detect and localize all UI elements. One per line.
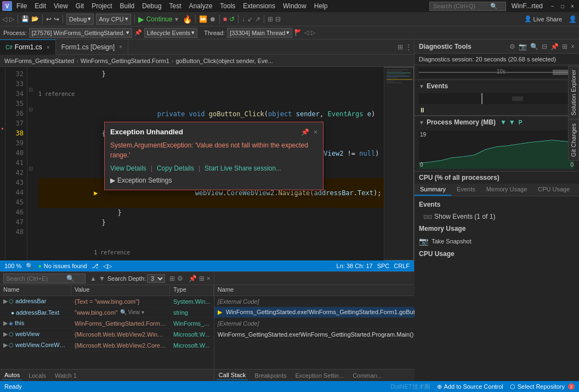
step-into-icon[interactable]: ↙ — [247, 15, 253, 23]
autos-search-input[interactable] — [6, 275, 66, 282]
redo-icon[interactable]: ↪ — [54, 15, 59, 23]
process-dropdown[interactable]: [27576] WinForms_GettingStarted. ▾ — [29, 28, 132, 38]
live-share-session-link[interactable]: Start Live Share session... — [205, 164, 281, 172]
diag-tab-memory[interactable]: Memory Usage — [481, 184, 533, 196]
tab-autos[interactable]: Autos — [2, 371, 22, 380]
tab-form1-cs[interactable]: C# Form1.cs × — [0, 39, 56, 55]
show-events-label[interactable]: Show Events (1 of 1) — [434, 213, 495, 220]
view-details-link[interactable]: View Details — [110, 164, 146, 172]
forward-icon[interactable]: ▷ — [9, 15, 14, 23]
tab-command[interactable]: Comman... — [350, 371, 384, 380]
tab-locals[interactable]: Locals — [26, 371, 48, 380]
memory-p-icon[interactable]: P — [519, 120, 523, 126]
copy-details-link[interactable]: Copy Details — [157, 164, 194, 172]
split-editor-icon[interactable]: ⊞ — [398, 43, 403, 51]
diag-pin-icon[interactable]: 📌 — [550, 43, 559, 50]
zoom-level[interactable]: 100 % — [4, 263, 21, 269]
breadcrumb-part-1[interactable]: WinForms_GettingStarted — [4, 58, 74, 64]
tab-exception-settings[interactable]: Exception Settin... — [293, 371, 346, 380]
memory-arrow[interactable]: ▼ — [419, 120, 424, 126]
memory-filter2-icon[interactable]: ▼ — [509, 118, 515, 126]
side-tab-git-changes[interactable]: Git Changes — [568, 120, 579, 161]
global-search[interactable]: 🔍 — [429, 2, 506, 11]
diag-expand-icon[interactable]: ⊞ — [562, 43, 567, 50]
menu-project[interactable]: Project — [88, 1, 115, 11]
lifecycle-dropdown[interactable]: Lifecycle Events ▾ — [144, 28, 197, 38]
menu-view[interactable]: View — [50, 1, 71, 11]
diag-tab-events[interactable]: Events — [451, 184, 481, 196]
menu-help[interactable]: Help — [311, 1, 331, 11]
menu-build[interactable]: Build — [117, 1, 138, 11]
menu-window[interactable]: Window — [280, 1, 310, 11]
menu-file[interactable]: File — [13, 1, 30, 11]
search-input[interactable] — [433, 3, 488, 9]
breadcrumb-part-2[interactable]: WinForms_GettingStarted.Form1 — [81, 58, 169, 64]
cpu-dropdown[interactable]: Any CPU ▾ — [96, 14, 130, 25]
tab-close-icon[interactable]: × — [119, 44, 122, 50]
tab-breakpoints[interactable]: Breakpoints — [252, 371, 288, 380]
menu-test[interactable]: Test — [166, 1, 185, 11]
step-out-icon[interactable]: ↗ — [255, 15, 260, 23]
search-icon[interactable]: 🔍 — [26, 263, 33, 270]
live-share-button[interactable]: 👤 Live Share — [524, 15, 562, 22]
cs-row-main[interactable]: WinForms_GettingStarted.exe!WinForms_Get… — [214, 329, 415, 340]
cs-row-current[interactable]: ▶ WinForms_GettingStarted.exe!WinForms_G… — [214, 307, 415, 318]
panel-close-icon[interactable]: × — [207, 275, 211, 282]
exception-settings[interactable]: ▶ Exception Settings — [110, 177, 317, 184]
diag-camera-icon[interactable]: 📷 — [519, 43, 527, 50]
restart-icon[interactable]: ↺ — [229, 15, 235, 23]
diag-settings-icon[interactable]: ⚙ — [509, 43, 515, 50]
nav-next-icon[interactable]: ▷ — [311, 29, 315, 36]
minimize-button[interactable]: − — [548, 2, 557, 10]
menu-tools[interactable]: Tools — [217, 1, 239, 11]
side-tab-solution-explorer[interactable]: Solution Explorer — [568, 66, 579, 120]
save-icon[interactable]: 💾 — [21, 15, 29, 22]
debug-config-dropdown[interactable]: Debug ▾ — [66, 14, 94, 25]
open-icon[interactable]: 📂 — [31, 15, 39, 22]
settings-icon[interactable]: ⚙ — [177, 275, 183, 282]
encoding-spc[interactable]: SPC — [377, 263, 390, 269]
close-exception-icon[interactable]: × — [314, 128, 317, 136]
timeline-bar[interactable]: 10s 2 — [419, 67, 575, 77]
toolbar-btn-2[interactable]: ⏺ — [209, 15, 216, 23]
tab-form1-design[interactable]: Form1.cs [Design] × — [56, 39, 128, 55]
flag-icon[interactable]: 🚩 — [294, 29, 302, 36]
menu-extensions[interactable]: Extensions — [240, 1, 279, 11]
panel-pin-icon[interactable]: 📌 — [189, 275, 197, 282]
pin-exception-icon[interactable]: 📌 — [301, 128, 309, 136]
toolbar-extra-2[interactable]: ⊟ — [275, 15, 281, 23]
events-arrow[interactable]: ▼ — [419, 83, 424, 89]
add-source-control-button[interactable]: ⊕ Add to Source Control — [437, 383, 503, 391]
nav-prev-icon[interactable]: ◁ — [304, 29, 309, 36]
view-icon[interactable]: ⊞ — [169, 275, 175, 282]
sort-up-icon[interactable]: ▲ — [90, 275, 96, 282]
pause-icon[interactable]: ⏸ — [419, 106, 425, 114]
memory-filter-icon[interactable]: ▼ — [500, 118, 507, 126]
maximize-button[interactable]: □ — [558, 2, 567, 10]
stop-icon[interactable]: ■ — [223, 15, 227, 23]
toolbar-extra-1[interactable]: ⊞ — [268, 15, 273, 23]
continue-button[interactable]: ▶ Continue ▾ — [138, 15, 178, 24]
line-endings-crlf[interactable]: CRLF — [394, 263, 410, 269]
tab-close-icon[interactable]: × — [47, 44, 50, 50]
profile-icon[interactable]: 👤 — [569, 15, 577, 23]
close-button[interactable]: × — [568, 2, 577, 10]
take-snapshot-button[interactable]: 📷 Take Snapshot — [415, 235, 579, 248]
back-icon[interactable]: ◁ — [2, 15, 7, 23]
toolbar-btn-1[interactable]: ⏩ — [199, 15, 207, 23]
step-over-icon[interactable]: ↓ — [242, 15, 245, 23]
tab-call-stack[interactable]: Call Stack — [217, 371, 248, 380]
pin-icon[interactable]: 📌 — [134, 29, 142, 36]
sort-down-icon[interactable]: ▼ — [99, 275, 105, 282]
tab-options-icon[interactable]: ⋮ — [405, 43, 412, 51]
tab-watch1[interactable]: Watch 1 — [53, 371, 79, 380]
autos-search[interactable]: 🔍 — [3, 274, 86, 283]
menu-edit[interactable]: Edit — [31, 1, 49, 11]
menu-analyze[interactable]: Analyze — [186, 1, 216, 11]
diag-tab-summary[interactable]: Summary — [415, 184, 451, 196]
code-editor[interactable]: ● 32 33 34 35 36 37 38 39 40 41 42 — [0, 67, 414, 260]
diag-zoom-out-icon[interactable]: ⊟ — [542, 43, 547, 50]
depth-dropdown[interactable]: 3125 — [147, 274, 165, 283]
diag-tab-cpu[interactable]: CPU Usage — [532, 184, 575, 196]
thread-dropdown[interactable]: [33304] Main Thread ▾ — [227, 28, 292, 38]
